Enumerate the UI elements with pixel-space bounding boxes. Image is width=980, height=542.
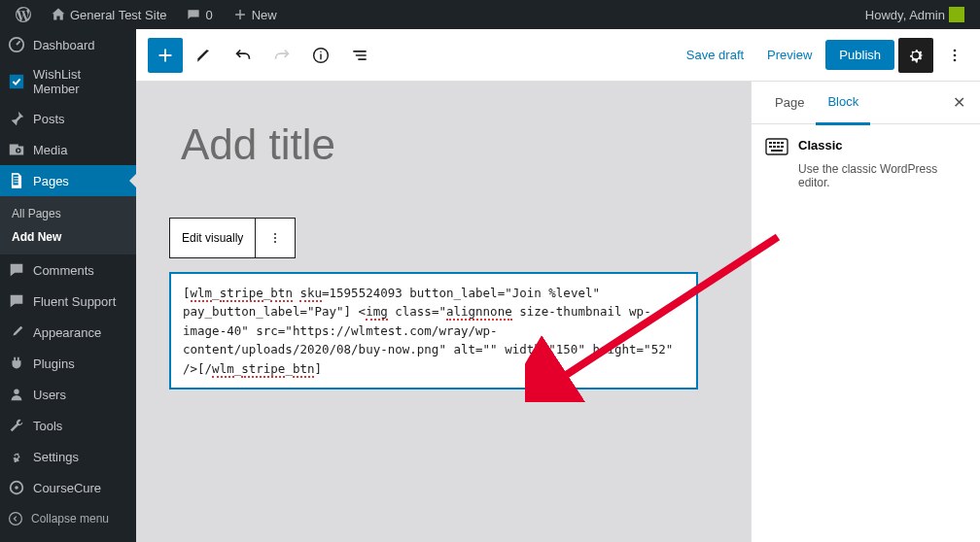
svg-rect-1 (10, 75, 23, 88)
save-draft-button[interactable]: Save draft (677, 40, 753, 70)
pin-icon (8, 110, 25, 127)
sidebar-item-appearance[interactable]: Appearance (0, 317, 136, 348)
svg-rect-23 (773, 146, 776, 148)
sidebar-item-plugins[interactable]: Plugins (0, 348, 136, 379)
dashboard-icon (8, 36, 25, 53)
sidebar-item-settings[interactable]: Settings (0, 441, 136, 472)
more-button[interactable] (937, 38, 972, 73)
sidebar-item-dashboard[interactable]: Dashboard (0, 29, 136, 60)
info-button[interactable] (303, 38, 338, 73)
sidebar-item-label: Settings (33, 450, 79, 464)
sidebar-item-media[interactable]: Media (0, 134, 136, 165)
new-label: New (252, 8, 277, 22)
editor-main: Save draft Preview Publish Add title Edi… (136, 29, 980, 542)
sidebar-item-label: Appearance (33, 325, 101, 340)
howdy-text: Howdy, Admin (865, 8, 945, 22)
block-toolbar: Edit visually (169, 218, 729, 258)
svg-point-8 (10, 513, 22, 525)
sidebar-item-posts[interactable]: Posts (0, 103, 136, 134)
redo-button[interactable] (264, 38, 299, 73)
comment-icon (186, 7, 201, 22)
svg-rect-24 (777, 146, 780, 148)
sidebar-item-label: Pages (33, 174, 69, 188)
classic-block-html[interactable]: [wlm_stripe_btn sku=1595524093 button_la… (169, 272, 698, 390)
svg-point-10 (954, 49, 957, 51)
block-description: Use the classic WordPress editor. (798, 162, 966, 189)
tab-block[interactable]: Block (816, 81, 870, 125)
collapse-label: Collapse menu (31, 512, 109, 525)
inspector-panel: Page Block ✕ Classic Use the classic Wor… (751, 82, 980, 542)
sidebar-item-fluent-support[interactable]: Fluent Support (0, 286, 136, 317)
sidebar-item-label: Posts (33, 112, 65, 126)
collapse-menu[interactable]: Collapse menu (0, 503, 136, 534)
sidebar-item-coursecure[interactable]: CourseCure (0, 472, 136, 503)
admin-sidebar: Dashboard WishList Member Posts Media Pa… (0, 29, 136, 542)
sidebar-item-wishlist[interactable]: WishList Member (0, 60, 136, 103)
sidebar-item-label: Tools (33, 419, 62, 433)
svg-point-7 (15, 486, 18, 490)
check-icon (8, 73, 25, 90)
wrench-icon (8, 417, 25, 434)
site-link[interactable]: General Test Site (43, 0, 174, 29)
comments-count: 0 (205, 8, 212, 22)
wordpress-icon (16, 7, 31, 22)
site-name: General Test Site (70, 8, 166, 22)
sidebar-item-label: CourseCure (33, 481, 101, 495)
collapse-icon (8, 511, 23, 526)
svg-point-12 (954, 58, 957, 61)
editor-canvas: Add title Edit visually [wlm_stripe_btn … (136, 82, 749, 390)
svg-point-4 (14, 390, 18, 394)
undo-button[interactable] (226, 38, 261, 73)
new-link[interactable]: New (225, 0, 285, 29)
title-input[interactable]: Add title (181, 120, 729, 169)
settings-button[interactable] (898, 38, 933, 73)
publish-button[interactable]: Publish (825, 40, 894, 70)
inspector-tabs: Page Block ✕ (752, 82, 980, 124)
sidebar-item-label: Plugins (33, 356, 75, 371)
plug-icon (8, 355, 25, 372)
sidebar-item-users[interactable]: Users (0, 379, 136, 410)
svg-rect-26 (771, 150, 783, 152)
plus-icon (232, 7, 248, 22)
support-icon (8, 292, 25, 310)
media-icon (8, 141, 25, 158)
sidebar-item-label: Comments (33, 263, 94, 278)
sidebar-sub-add-new[interactable]: Add New (0, 225, 136, 249)
inserter-button[interactable] (148, 38, 183, 73)
editor-header: Save draft Preview Publish (136, 29, 980, 82)
classic-icon (765, 138, 787, 155)
comments-link[interactable]: 0 (178, 0, 220, 29)
svg-point-14 (274, 237, 276, 239)
svg-point-15 (274, 241, 276, 243)
svg-rect-25 (781, 146, 784, 148)
pages-icon (8, 172, 25, 189)
comments-icon (8, 261, 25, 279)
avatar (949, 7, 964, 22)
block-title: Classic (798, 138, 843, 152)
sidebar-item-comments[interactable]: Comments (0, 254, 136, 286)
preview-button[interactable]: Preview (757, 40, 822, 70)
select-tool-button[interactable] (187, 38, 222, 73)
user-icon (8, 386, 25, 403)
tab-page[interactable]: Page (763, 82, 816, 123)
sidebar-item-label: Fluent Support (33, 294, 116, 309)
edit-visually-button[interactable]: Edit visually (169, 218, 256, 258)
brush-icon (8, 323, 25, 341)
block-more-button[interactable] (256, 218, 296, 258)
howdy[interactable]: Howdy, Admin (858, 0, 972, 29)
close-inspector-button[interactable]: ✕ (949, 93, 968, 112)
sidebar-item-label: Dashboard (33, 38, 95, 52)
svg-rect-20 (777, 142, 780, 144)
outline-button[interactable] (342, 38, 377, 73)
svg-point-5 (15, 455, 18, 458)
admin-bar: General Test Site 0 New Howdy, Admin (0, 0, 980, 29)
sidebar-item-tools[interactable]: Tools (0, 410, 136, 441)
svg-rect-18 (769, 142, 772, 144)
inspector-body: Classic Use the classic WordPress editor… (752, 124, 980, 203)
svg-rect-19 (773, 142, 776, 144)
sidebar-sub-all-pages[interactable]: All Pages (0, 202, 136, 225)
wp-logo[interactable] (8, 0, 39, 29)
sidebar-item-label: WishList Member (33, 67, 128, 96)
sidebar-item-label: Media (33, 143, 67, 157)
sidebar-item-pages[interactable]: Pages (0, 165, 136, 196)
